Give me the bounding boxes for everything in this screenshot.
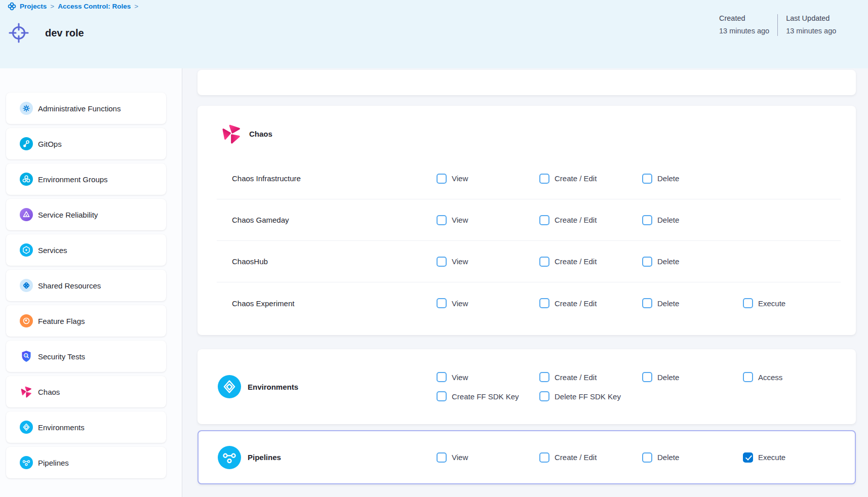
permission-view: View bbox=[437, 372, 539, 382]
permission-create-edit: Create / Edit bbox=[539, 452, 642, 463]
resource-group-header-chaos: Chaos bbox=[220, 122, 272, 145]
created-value: 13 minutes ago bbox=[719, 26, 769, 36]
checkbox-delete[interactable] bbox=[642, 215, 652, 225]
services-icon bbox=[20, 243, 33, 257]
sidebar-item-services[interactable]: Services bbox=[6, 234, 166, 266]
permission-rows: Chaos InfrastructureViewCreate / EditDel… bbox=[198, 158, 856, 324]
gitops-icon bbox=[20, 137, 33, 150]
checkbox-view[interactable] bbox=[437, 215, 447, 225]
permission-label: Delete bbox=[657, 216, 679, 224]
checkbox-delete[interactable] bbox=[642, 298, 652, 308]
permission-label: Create FF SDK Key bbox=[452, 392, 519, 401]
permission-label: View bbox=[452, 299, 468, 308]
sidebar-item-pipelines[interactable]: Pipelines bbox=[6, 447, 166, 478]
sidebar-item-label: Services bbox=[38, 246, 67, 255]
header-meta: Created 13 minutes ago Last Updated 13 m… bbox=[719, 13, 836, 36]
permission-access: Access bbox=[743, 372, 856, 382]
checkbox-access[interactable] bbox=[743, 372, 753, 382]
pipelines-icon bbox=[20, 456, 33, 469]
permission-label: View bbox=[452, 257, 468, 266]
target-icon bbox=[8, 22, 29, 44]
service-reliability-icon bbox=[20, 208, 33, 221]
permission-label: Create / Edit bbox=[555, 299, 597, 308]
permission-row: Create FF SDK KeyDelete FF SDK Key bbox=[437, 387, 856, 406]
last-updated-value: 13 minutes ago bbox=[786, 26, 836, 36]
sidebar-item-security-tests[interactable]: Security Tests bbox=[6, 341, 166, 372]
resource-group-title: Chaos bbox=[249, 130, 272, 138]
checkbox-delete[interactable] bbox=[642, 174, 652, 184]
checkbox-create-edit[interactable] bbox=[539, 257, 549, 267]
sidebar-item-feature-flags[interactable]: Feature Flags bbox=[6, 305, 166, 337]
sidebar-item-environments[interactable]: Environments bbox=[6, 411, 166, 443]
page-title: dev role bbox=[45, 27, 84, 39]
permission-label: Delete FF SDK Key bbox=[555, 392, 621, 401]
sidebar-item-label: Environment Groups bbox=[38, 175, 108, 184]
permission-view: View bbox=[437, 298, 539, 308]
permissions-main: ChaosChaos InfrastructureViewCreate / Ed… bbox=[182, 68, 868, 497]
permission-label: Create / Edit bbox=[555, 257, 597, 266]
shared-resources-icon bbox=[20, 279, 33, 292]
feature-flags-icon bbox=[20, 314, 33, 327]
permission-label: Create / Edit bbox=[555, 373, 597, 382]
chaos-icon bbox=[20, 385, 33, 398]
checkbox-create-edit[interactable] bbox=[539, 452, 549, 463]
checkbox-view[interactable] bbox=[437, 174, 447, 184]
checkbox-create-edit[interactable] bbox=[539, 174, 549, 184]
sidebar-item-shared-resources[interactable]: Shared Resources bbox=[6, 270, 166, 301]
checkbox-view[interactable] bbox=[437, 298, 447, 308]
sidebar-item-gitops[interactable]: GitOps bbox=[6, 128, 166, 159]
permission-view: View bbox=[437, 257, 539, 267]
permission-label: Delete bbox=[657, 257, 679, 266]
checkbox-execute[interactable] bbox=[743, 452, 753, 463]
sidebar-item-label: Service Reliability bbox=[38, 211, 98, 219]
breadcrumb-projects-link[interactable]: Projects bbox=[20, 3, 47, 10]
permission-delete: Delete bbox=[642, 215, 743, 225]
permission-delete: Delete bbox=[642, 372, 743, 382]
permission-label: Delete bbox=[657, 453, 679, 462]
checkbox-delete[interactable] bbox=[642, 452, 652, 463]
checkbox-create-ff-sdk-key[interactable] bbox=[437, 391, 447, 401]
resource-group-header-pipelines: Pipelines bbox=[199, 446, 437, 469]
sidebar-item-administrative-functions[interactable]: Administrative Functions bbox=[6, 93, 166, 124]
meta-divider bbox=[777, 14, 778, 36]
checkbox-delete[interactable] bbox=[642, 372, 652, 382]
created-label: Created bbox=[719, 13, 769, 23]
breadcrumb-roles-link[interactable]: Access Control: Roles bbox=[58, 3, 131, 10]
sidebar-item-chaos[interactable]: Chaos bbox=[6, 376, 166, 407]
permission-create-edit: Create / Edit bbox=[539, 215, 642, 225]
permission-row-chaos-gameday: Chaos GamedayViewCreate / EditDelete bbox=[217, 199, 841, 241]
checkbox-view[interactable] bbox=[437, 372, 447, 382]
permission-delete: Delete bbox=[642, 452, 743, 463]
resource-card-pipelines[interactable]: PipelinesViewCreate / EditDeleteExecute bbox=[198, 430, 856, 484]
resource-card-chaos: ChaosChaos InfrastructureViewCreate / Ed… bbox=[198, 106, 856, 335]
permission-row-chaos-experiment: Chaos ExperimentViewCreate / EditDeleteE… bbox=[217, 282, 841, 324]
roles-detail-screen: Projects > Access Control: Roles > dev r… bbox=[0, 0, 868, 497]
permission-row-chaos-infrastructure: Chaos InfrastructureViewCreate / EditDel… bbox=[217, 158, 841, 199]
sidebar-item-label: Administrative Functions bbox=[38, 104, 121, 113]
checkbox-create-edit[interactable] bbox=[539, 215, 549, 225]
permission-label: View bbox=[452, 453, 468, 462]
checkbox-view[interactable] bbox=[437, 257, 447, 267]
sidebar-item-environment-groups[interactable]: Environment Groups bbox=[6, 163, 166, 195]
permission-delete: Delete bbox=[642, 174, 743, 184]
permission-rows: ViewCreate / EditDeleteExecute bbox=[437, 448, 855, 467]
checkbox-create-edit[interactable] bbox=[539, 372, 549, 382]
checkbox-view[interactable] bbox=[437, 452, 447, 463]
sidebar-item-label: Shared Resources bbox=[38, 281, 101, 290]
permission-execute: Execute bbox=[743, 298, 841, 308]
checkbox-delete[interactable] bbox=[642, 257, 652, 267]
permission-view: View bbox=[437, 215, 539, 225]
permission-label: Execute bbox=[758, 299, 785, 308]
permission-rows: ViewCreate / EditDeleteAccessCreate FF S… bbox=[437, 367, 856, 406]
permission-label: View bbox=[452, 373, 468, 382]
breadcrumb: Projects > Access Control: Roles > bbox=[8, 2, 138, 11]
resource-type-label: ChaosHub bbox=[232, 257, 437, 266]
sidebar-item-service-reliability[interactable]: Service Reliability bbox=[6, 199, 166, 230]
checkbox-create-edit[interactable] bbox=[539, 298, 549, 308]
checkbox-execute[interactable] bbox=[743, 298, 753, 308]
sidebar-item-label: Security Tests bbox=[38, 352, 85, 361]
permission-label: Delete bbox=[657, 373, 679, 382]
resource-group-title: Pipelines bbox=[248, 453, 281, 462]
resource-type-label: Chaos Infrastructure bbox=[232, 174, 437, 183]
checkbox-delete-ff-sdk-key[interactable] bbox=[539, 391, 549, 401]
